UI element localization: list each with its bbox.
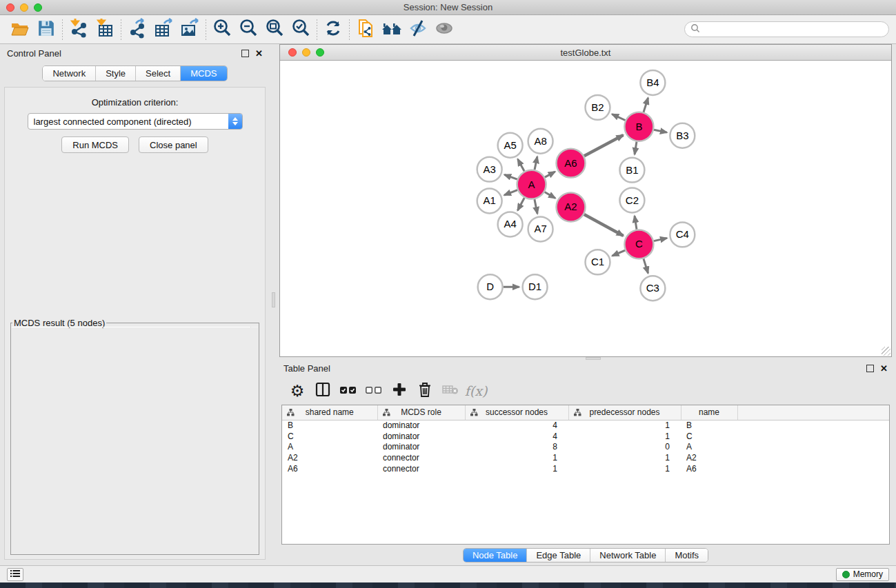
table-row[interactable]: Cdominator41C	[282, 431, 889, 442]
splitter-handle[interactable]	[272, 292, 275, 307]
table-cell[interactable]: A6	[681, 463, 737, 474]
table-settings-button[interactable]: ⚙	[288, 381, 307, 401]
edge-A6-B[interactable]	[584, 135, 624, 156]
float-panel-icon[interactable]	[241, 50, 249, 57]
show-all-button[interactable]	[431, 18, 457, 41]
table-cell[interactable]: connector	[377, 463, 465, 474]
edge-B-B2[interactable]	[612, 114, 625, 121]
refresh-button[interactable]	[320, 18, 346, 41]
edge-A-A2[interactable]	[545, 192, 555, 199]
zoom-window-button[interactable]	[34, 3, 42, 12]
table-cell[interactable]: dominator	[377, 441, 465, 452]
deselect-all-button[interactable]	[364, 381, 384, 401]
first-neighbors-button[interactable]	[379, 18, 405, 41]
table-cell[interactable]: dominator	[377, 431, 465, 442]
edge-A-A1[interactable]	[504, 190, 517, 196]
function-builder-button[interactable]: f(x)	[466, 381, 486, 401]
add-button[interactable]	[390, 381, 409, 401]
table-cell[interactable]: A2	[282, 452, 377, 463]
export-image-button[interactable]	[177, 18, 203, 41]
column-header-predecessor-nodes[interactable]: predecessor nodes	[568, 405, 681, 420]
edge-B-B3[interactable]	[654, 130, 667, 132]
mcds-result-list[interactable]: A2ABCA6	[12, 327, 258, 327]
table-cell[interactable]: C	[681, 431, 737, 442]
edge-C-C2[interactable]	[635, 216, 637, 229]
zoom-fit-button[interactable]	[261, 18, 288, 41]
column-header-name[interactable]: name	[681, 405, 737, 420]
import-table-button[interactable]	[92, 18, 118, 41]
float-panel-icon[interactable]	[866, 365, 874, 372]
edge-A-A5[interactable]	[518, 159, 524, 171]
close-window-button[interactable]	[6, 3, 14, 12]
zoom-selected-button[interactable]	[288, 18, 314, 41]
minimize-network-button[interactable]	[302, 48, 310, 57]
table-cell[interactable]: 1	[568, 420, 681, 431]
table-cell[interactable]: B	[681, 420, 737, 431]
close-panel-button[interactable]: Close panel	[139, 136, 208, 153]
edge-A-A4[interactable]	[517, 198, 524, 210]
tab-motifs[interactable]: Motifs	[666, 549, 708, 562]
table-cell[interactable]: 8	[465, 441, 568, 452]
table-cell[interactable]: 4	[465, 431, 568, 442]
table-cell[interactable]: 1	[568, 431, 681, 442]
table-cell[interactable]: A2	[681, 452, 737, 463]
column-header-successor-nodes[interactable]: successor nodes	[465, 405, 568, 420]
edge-A-A6[interactable]	[545, 172, 555, 177]
import-network-button[interactable]	[66, 18, 92, 41]
zoom-out-button[interactable]	[235, 18, 261, 41]
task-history-button[interactable]	[7, 568, 23, 581]
split-columns-button[interactable]	[313, 381, 332, 401]
table-row[interactable]: Bdominator41B	[282, 420, 889, 431]
edge-C-C4[interactable]	[654, 238, 667, 241]
open-session-button[interactable]	[7, 18, 33, 41]
tab-node-table[interactable]: Node Table	[464, 549, 528, 562]
resize-grip[interactable]	[882, 347, 890, 356]
table-row[interactable]: A2connector11A2	[282, 452, 889, 463]
criterion-dropdown[interactable]: largest connected component (directed)	[28, 113, 243, 130]
close-panel-icon[interactable]: ✕	[880, 365, 888, 372]
table-row[interactable]: Adominator80A	[282, 441, 889, 452]
save-session-button[interactable]	[33, 18, 59, 41]
hide-selected-button[interactable]	[405, 18, 431, 41]
memory-button[interactable]: Memory	[836, 568, 889, 581]
tab-edge-table[interactable]: Edge Table	[527, 549, 590, 562]
edge-C-C1[interactable]	[613, 250, 626, 256]
select-all-button[interactable]	[339, 381, 358, 401]
search-input[interactable]	[700, 25, 883, 34]
delete-button[interactable]	[415, 381, 435, 401]
table-cell[interactable]: 1	[568, 452, 681, 463]
table-cell[interactable]: A	[681, 441, 737, 452]
table-cell[interactable]: 1	[465, 452, 568, 463]
tab-select[interactable]: Select	[136, 66, 181, 81]
edge-A-A3[interactable]	[504, 174, 517, 179]
zoom-network-button[interactable]	[316, 48, 324, 57]
table-row[interactable]: A6connector11A6	[282, 463, 889, 474]
table-cell[interactable]: A	[282, 441, 377, 452]
zoom-in-button[interactable]	[209, 18, 235, 41]
scrollbar[interactable]	[250, 327, 258, 327]
table-cell[interactable]: 1	[465, 463, 568, 474]
edge-B-B4[interactable]	[644, 98, 648, 112]
export-table-button[interactable]	[150, 18, 177, 41]
tab-network[interactable]: Network	[43, 66, 96, 81]
table-cell[interactable]: B	[282, 420, 377, 431]
table-cell[interactable]: 4	[465, 420, 568, 431]
table-cell[interactable]: A6	[282, 463, 377, 474]
table-cell[interactable]: connector	[377, 452, 465, 463]
table-cell[interactable]: 0	[568, 441, 681, 452]
column-header-mcds-role[interactable]: MCDS role	[377, 405, 465, 420]
run-mcds-button[interactable]: Run MCDS	[61, 136, 129, 153]
edge-C-C3[interactable]	[644, 258, 648, 273]
tab-mcds[interactable]: MCDS	[181, 66, 226, 81]
close-network-button[interactable]	[288, 48, 297, 57]
tab-style[interactable]: Style	[96, 66, 136, 81]
table-cell[interactable]: C	[282, 431, 377, 442]
edge-A-A7[interactable]	[535, 199, 537, 214]
network-canvas[interactable]: B4B2BB3A8A5A6A3B1AA1C2A2A4A7C4CC1DD1C3	[280, 61, 891, 356]
splitter-handle[interactable]	[586, 357, 601, 360]
network-graph[interactable]: B4B2BB3A8A5A6A3B1AA1C2A2A4A7C4CC1DD1C3	[280, 61, 891, 356]
table-cell[interactable]: dominator	[377, 420, 465, 431]
edge-B-B1[interactable]	[635, 141, 637, 154]
table-cell[interactable]: 1	[568, 463, 681, 474]
delete-table-button[interactable]	[441, 381, 460, 401]
